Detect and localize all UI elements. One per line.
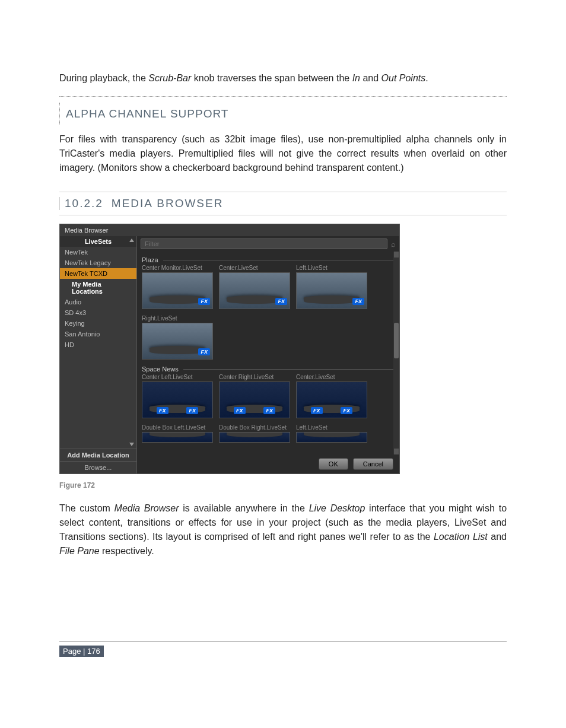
add-media-location-button[interactable]: Add Media Location: [60, 449, 136, 461]
thumb-label: Center.LiveSet: [219, 265, 290, 271]
fx-badge-icon: FX: [198, 298, 210, 305]
location-item[interactable]: Keying: [60, 318, 136, 329]
scrub-bar-term: Scrub-Bar: [148, 73, 191, 83]
browse-button[interactable]: Browse...: [60, 461, 136, 473]
location-list-pane: LiveSets NewTekNewTek LegacyNewTek TCXDM…: [60, 236, 137, 473]
thumb-image: FXFX: [296, 382, 367, 418]
section-title: MEDIA BROWSER: [112, 197, 224, 210]
scroll-up-icon[interactable]: [394, 252, 399, 257]
location-scroll-down[interactable]: [60, 439, 136, 449]
fx-badge-icon: FX: [263, 407, 275, 414]
location-item[interactable]: My Media Locations: [60, 279, 136, 297]
closing-paragraph: The custom Media Browser is available an…: [59, 501, 507, 558]
liveset-thumb[interactable]: Double Box Right.LiveSet: [219, 424, 290, 443]
thumb-image: FX: [296, 272, 367, 309]
location-item[interactable]: Audio: [60, 297, 136, 307]
divider: [59, 96, 507, 97]
thumb-label: Right.LiveSet: [142, 315, 213, 322]
fx-badge-icon: FX: [341, 407, 352, 414]
liveset-thumb[interactable]: Center.LiveSetFXFX: [296, 374, 367, 418]
intro-pre: During playback, the: [59, 73, 148, 83]
location-item[interactable]: NewTek Legacy: [60, 257, 136, 268]
thumb-label: Center Left.LiveSet: [142, 374, 213, 380]
thumb-image: [296, 432, 367, 443]
fx-badge-icon: FX: [186, 407, 198, 414]
location-item[interactable]: HD: [60, 339, 136, 350]
thumb-image: [219, 432, 290, 443]
ok-button[interactable]: OK: [319, 458, 348, 470]
liveset-thumb[interactable]: Left.LiveSet: [296, 424, 367, 443]
location-item[interactable]: SD 4x3: [60, 307, 136, 318]
thumb-image: FX: [142, 323, 213, 360]
liveset-thumb[interactable]: Center.LiveSetFX: [219, 265, 290, 309]
fx-badge-icon: FX: [311, 407, 323, 414]
intro-end: .: [425, 73, 428, 83]
liveset-thumb[interactable]: Center Left.LiveSetFXFX: [142, 374, 213, 418]
thumb-image: FXFX: [142, 382, 213, 418]
section-number: 10.2.2: [59, 197, 103, 210]
location-list-header-label: LiveSets: [85, 238, 112, 245]
scroll-thumb[interactable]: [394, 323, 399, 358]
alpha-channel-heading: ALPHA CHANNEL SUPPORT: [59, 103, 507, 125]
fx-badge-icon: FX: [198, 348, 210, 355]
figure-caption: Figure 172: [59, 481, 507, 489]
thumb-label: Center Monitor.LiveSet: [142, 265, 213, 271]
intro-and: and: [360, 73, 381, 83]
fx-badge-icon: FX: [157, 407, 168, 414]
liveset-thumb[interactable]: Double Box Left.LiveSet: [142, 424, 213, 443]
file-pane-scrollbar[interactable]: [393, 252, 399, 454]
page-number: Page | 176: [59, 646, 104, 657]
location-item[interactable]: San Antonio: [60, 329, 136, 339]
thumb-label: Left.LiveSet: [296, 265, 367, 271]
thumb-image: FX: [142, 272, 213, 309]
cancel-button[interactable]: Cancel: [353, 458, 393, 470]
thumb-label: Double Box Left.LiveSet: [142, 424, 213, 431]
page-footer: Page | 176: [59, 641, 507, 657]
location-item[interactable]: NewTek: [60, 247, 136, 257]
intro-mid: knob traverses the span between the: [191, 73, 352, 83]
thumb-row-clipped: Double Box Left.LiveSetDouble Box Right.…: [142, 424, 395, 443]
media-browser-titlebar: Media Browser: [60, 224, 399, 236]
sort-up-icon: [129, 239, 134, 242]
thumb-image: [142, 432, 213, 443]
file-pane: ⌕ PlazaCenter Monitor.LiveSetFXCenter.Li…: [137, 236, 399, 473]
search-icon[interactable]: ⌕: [391, 240, 396, 249]
liveset-thumb[interactable]: Left.LiveSetFX: [296, 265, 367, 309]
thumb-label: Center.LiveSet: [296, 374, 367, 380]
liveset-thumb[interactable]: Center Monitor.LiveSetFX: [142, 265, 213, 309]
thumb-label: Double Box Right.LiveSet: [219, 424, 290, 431]
thumb-label: Center Right.LiveSet: [219, 374, 290, 380]
scroll-down-icon[interactable]: [394, 449, 399, 454]
location-list-header[interactable]: LiveSets: [60, 236, 136, 247]
liveset-thumb[interactable]: Center Right.LiveSetFXFX: [219, 374, 290, 418]
chevron-down-icon: [129, 443, 134, 446]
in-term: In: [352, 73, 360, 83]
thumb-row: Center Monitor.LiveSetFXCenter.LiveSetFX…: [142, 265, 395, 360]
location-item[interactable]: NewTek TCXD: [60, 268, 136, 279]
thumb-image: FX: [219, 272, 290, 309]
fx-badge-icon: FX: [275, 298, 287, 305]
media-browser-section-heading: 10.2.2 MEDIA BROWSER: [59, 192, 507, 215]
filter-input[interactable]: [141, 239, 387, 249]
intro-paragraph: During playback, the Scrub-Bar knob trav…: [59, 71, 507, 85]
out-points-term: Out Points: [381, 73, 426, 83]
group-label: Plaza: [142, 256, 395, 263]
fx-badge-icon: FX: [352, 298, 364, 305]
group-label: Space News: [142, 365, 395, 373]
media-browser-window: Media Browser LiveSets NewTekNewTek Lega…: [59, 224, 400, 474]
alpha-channel-text: For files with transparency (such as 32b…: [59, 132, 507, 175]
thumb-label: Left.LiveSet: [296, 424, 367, 431]
fx-badge-icon: FX: [234, 407, 246, 414]
thumb-image: FXFX: [219, 382, 290, 418]
liveset-thumb[interactable]: Right.LiveSetFX: [142, 315, 213, 360]
thumb-row: Center Left.LiveSetFXFXCenter Right.Live…: [142, 374, 395, 418]
